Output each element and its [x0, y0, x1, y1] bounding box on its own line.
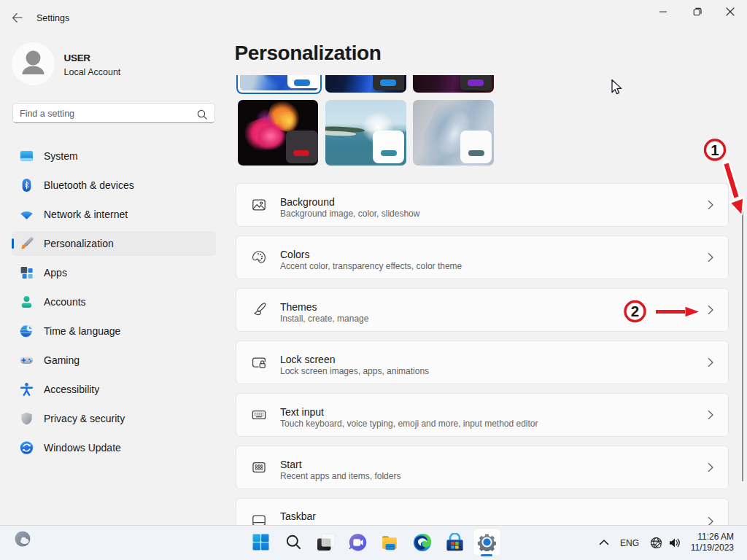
svg-text:1: 1 [711, 141, 719, 158]
svg-text:2: 2 [631, 303, 639, 319]
